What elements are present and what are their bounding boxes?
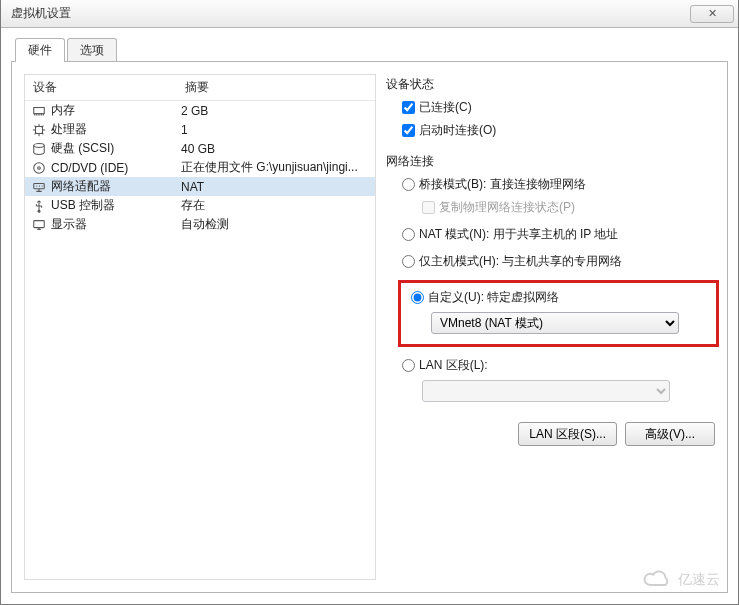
svg-point-6 [38, 210, 40, 212]
device-row[interactable]: 网络适配器NAT [25, 177, 375, 196]
vm-settings-dialog: 虚拟机设置 ✕ 硬件 选项 设备 摘要 内存2 GB处理器1硬盘 (SCSI)4… [0, 0, 739, 605]
lan-segment-radio[interactable]: LAN 区段(L): [402, 357, 715, 374]
close-button[interactable]: ✕ [690, 5, 734, 23]
replicate-input [422, 201, 435, 214]
custom-network-highlight: 自定义(U): 特定虚拟网络 VMnet8 (NAT 模式) [398, 280, 719, 347]
device-name: 显示器 [51, 216, 181, 233]
usb-icon [31, 198, 47, 214]
device-row[interactable]: CD/DVD (IDE)正在使用文件 G:\yunjisuan\jingi... [25, 158, 375, 177]
bridged-label: 桥接模式(B): 直接连接物理网络 [419, 176, 586, 193]
device-name: 网络适配器 [51, 178, 181, 195]
tab-body: 设备 摘要 内存2 GB处理器1硬盘 (SCSI)40 GBCD/DVD (ID… [11, 61, 728, 593]
disk-icon [31, 141, 47, 157]
tab-options[interactable]: 选项 [67, 38, 117, 62]
nat-input[interactable] [402, 228, 415, 241]
hostonly-input[interactable] [402, 255, 415, 268]
lan-segments-button[interactable]: LAN 区段(S)... [518, 422, 617, 446]
device-list[interactable]: 设备 摘要 内存2 GB处理器1硬盘 (SCSI)40 GBCD/DVD (ID… [24, 74, 376, 580]
hostonly-radio[interactable]: 仅主机模式(H): 与主机共享的专用网络 [402, 253, 715, 270]
replicate-checkbox: 复制物理网络连接状态(P) [422, 199, 715, 216]
bridged-radio[interactable]: 桥接模式(B): 直接连接物理网络 [402, 176, 715, 193]
connect-at-poweron-checkbox[interactable]: 启动时连接(O) [402, 122, 715, 139]
custom-input[interactable] [411, 291, 424, 304]
connected-label: 已连接(C) [419, 99, 472, 116]
device-name: 处理器 [51, 121, 181, 138]
advanced-button[interactable]: 高级(V)... [625, 422, 715, 446]
device-name: CD/DVD (IDE) [51, 161, 181, 175]
lan-segment-select [422, 380, 670, 402]
network-icon [31, 179, 47, 195]
connect-at-poweron-label: 启动时连接(O) [419, 122, 496, 139]
bridged-input[interactable] [402, 178, 415, 191]
display-icon [31, 217, 47, 233]
device-summary: 自动检测 [181, 216, 375, 233]
device-summary: 2 GB [181, 104, 375, 118]
close-icon: ✕ [708, 7, 717, 20]
device-name: 内存 [51, 102, 181, 119]
device-row[interactable]: 显示器自动检测 [25, 215, 375, 234]
svg-rect-7 [34, 220, 45, 227]
svg-rect-1 [36, 126, 43, 133]
device-status-group: 设备状态 已连接(C) 启动时连接(O) [386, 76, 715, 139]
cpu-icon [31, 122, 47, 138]
window-title: 虚拟机设置 [11, 5, 71, 22]
network-connection-title: 网络连接 [386, 153, 715, 170]
svg-point-2 [34, 143, 45, 147]
device-row[interactable]: 处理器1 [25, 120, 375, 139]
custom-network-select[interactable]: VMnet8 (NAT 模式) [431, 312, 679, 334]
device-detail-panel: 设备状态 已连接(C) 启动时连接(O) 网络连接 [386, 74, 715, 580]
detail-button-row: LAN 区段(S)... 高级(V)... [386, 422, 715, 446]
device-list-header: 设备 摘要 [25, 75, 375, 101]
nat-label: NAT 模式(N): 用于共享主机的 IP 地址 [419, 226, 618, 243]
device-row[interactable]: 硬盘 (SCSI)40 GB [25, 139, 375, 158]
network-connection-group: 网络连接 桥接模式(B): 直接连接物理网络 复制物理网络连接状态(P) [386, 153, 715, 446]
device-name: 硬盘 (SCSI) [51, 140, 181, 157]
header-device: 设备 [25, 75, 177, 100]
cd-icon [31, 160, 47, 176]
memory-icon [31, 103, 47, 119]
device-summary: 1 [181, 123, 375, 137]
device-status-title: 设备状态 [386, 76, 715, 93]
tab-hardware[interactable]: 硬件 [15, 38, 65, 62]
device-summary: 正在使用文件 G:\yunjisuan\jingi... [181, 159, 375, 176]
connect-at-poweron-input[interactable] [402, 124, 415, 137]
device-summary: 存在 [181, 197, 375, 214]
svg-rect-0 [34, 107, 45, 113]
svg-point-4 [38, 166, 41, 169]
custom-radio[interactable]: 自定义(U): 特定虚拟网络 [411, 289, 706, 306]
device-summary: NAT [181, 180, 375, 194]
lan-segment-label: LAN 区段(L): [419, 357, 488, 374]
connected-checkbox[interactable]: 已连接(C) [402, 99, 715, 116]
header-summary: 摘要 [177, 75, 375, 100]
device-name: USB 控制器 [51, 197, 181, 214]
device-row[interactable]: USB 控制器存在 [25, 196, 375, 215]
nat-radio[interactable]: NAT 模式(N): 用于共享主机的 IP 地址 [402, 226, 715, 243]
lan-segment-input[interactable] [402, 359, 415, 372]
custom-label: 自定义(U): 特定虚拟网络 [428, 289, 559, 306]
hostonly-label: 仅主机模式(H): 与主机共享的专用网络 [419, 253, 622, 270]
device-summary: 40 GB [181, 142, 375, 156]
svg-point-3 [34, 162, 45, 173]
device-row[interactable]: 内存2 GB [25, 101, 375, 120]
device-list-panel: 设备 摘要 内存2 GB处理器1硬盘 (SCSI)40 GBCD/DVD (ID… [24, 74, 376, 580]
tab-strip: 硬件 选项 [11, 38, 728, 62]
client-area: 硬件 选项 设备 摘要 内存2 GB处理器1硬盘 (SCSI)40 GBCD/D… [1, 28, 738, 604]
replicate-label: 复制物理网络连接状态(P) [439, 199, 575, 216]
connected-input[interactable] [402, 101, 415, 114]
titlebar: 虚拟机设置 ✕ [1, 0, 738, 28]
